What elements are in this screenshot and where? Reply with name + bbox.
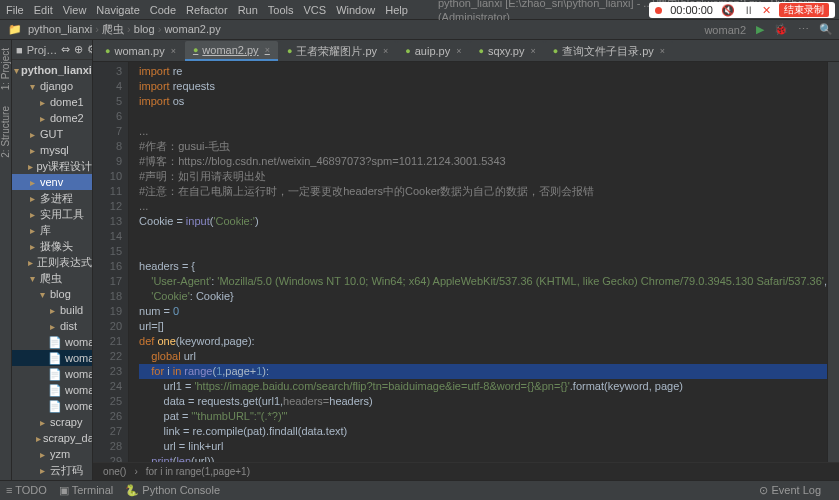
breadcrumb-item[interactable]: woman2.py — [164, 23, 220, 35]
menu-code[interactable]: Code — [150, 4, 176, 16]
menu-refactor[interactable]: Refactor — [186, 4, 228, 16]
left-tool-strip: 1: Project 2: Structure — [0, 40, 12, 480]
debug-icon[interactable]: 🐞 — [774, 23, 788, 36]
left-tab-structure[interactable]: 2: Structure — [0, 106, 11, 158]
editor-tab[interactable]: ●王者荣耀图片.py× — [279, 41, 396, 61]
right-scrollbar[interactable] — [827, 62, 839, 462]
tree-node[interactable]: 📄 woman.spec — [12, 350, 92, 366]
breadcrumb-item[interactable]: 爬虫 — [102, 23, 124, 35]
run-icon[interactable]: ▶ — [756, 23, 764, 36]
tab-close-icon[interactable]: × — [383, 46, 388, 56]
editor-tab[interactable]: ●woman2.py× — [185, 41, 278, 61]
editor-tab[interactable]: ●auip.py× — [397, 41, 469, 61]
bottom-tab[interactable]: ≡ TODO — [6, 484, 47, 496]
left-tab-project[interactable]: 1: Project — [0, 48, 11, 90]
tree-node[interactable]: 📄 women.spec — [12, 398, 92, 414]
tab-close-icon[interactable]: × — [456, 46, 461, 56]
tab-close-icon[interactable]: × — [265, 45, 270, 55]
editor-tab[interactable]: ●woman.py× — [97, 41, 184, 61]
tree-node[interactable]: ▸venv — [12, 174, 92, 190]
project-tree[interactable]: ▾python_lianxiE:\zhao_s ▾django▸dome1▸do… — [12, 60, 92, 480]
more-run-icon[interactable]: ⋯ — [798, 23, 809, 36]
tab-close-icon[interactable]: × — [171, 46, 176, 56]
line-gutter: 3456789101112131415161718192021222324252… — [93, 62, 129, 462]
tree-node[interactable]: 📄 woman2.spec — [12, 382, 92, 398]
sidebar-header: ■Proj… ⇔ ⊕ ⚙ — — [12, 40, 92, 60]
tree-node[interactable]: ▸云打码 — [12, 462, 92, 478]
pause-icon[interactable]: ⏸ — [743, 4, 754, 16]
tree-node[interactable]: ▾爬虫 — [12, 270, 92, 286]
folder-icon: 📁 — [8, 23, 22, 36]
run-config[interactable]: woman2 — [704, 24, 746, 36]
menu-tools[interactable]: Tools — [268, 4, 294, 16]
tree-node[interactable]: ▸py课程设计 — [12, 158, 92, 174]
breadcrumb-item[interactable]: python_lianxi — [28, 23, 92, 35]
tree-node[interactable]: ▸dome1 — [12, 94, 92, 110]
tree-node[interactable]: ▾django — [12, 78, 92, 94]
tree-node[interactable]: ▸正则表达式 — [12, 254, 92, 270]
menu-vcs[interactable]: VCS — [304, 4, 327, 16]
expand-icon[interactable]: ⊕ — [74, 43, 83, 56]
project-sidebar: ■Proj… ⇔ ⊕ ⚙ — ▾python_lianxiE:\zhao_s ▾… — [12, 40, 93, 480]
tree-node[interactable]: 📄 woman2.py201 — [12, 366, 92, 382]
menu-navigate[interactable]: Navigate — [96, 4, 139, 16]
editor-area: ●woman.py×●woman2.py×●王者荣耀图片.py×●auip.py… — [93, 40, 839, 480]
tab-close-icon[interactable]: × — [660, 46, 665, 56]
tree-node[interactable]: ▸dome2 — [12, 110, 92, 126]
tree-node[interactable]: ▸scrapy_data — [12, 430, 92, 446]
tree-node[interactable]: ▸实用工具 — [12, 206, 92, 222]
menu-run[interactable]: Run — [238, 4, 258, 16]
tree-node[interactable]: ▸scrapy — [12, 414, 92, 430]
tree-node[interactable]: ▸库 — [12, 222, 92, 238]
code-nav-path: one()› for i in range(1,page+1) — [93, 462, 839, 480]
collapse-icon[interactable]: ⇔ — [61, 43, 70, 56]
tree-node[interactable]: ▸build — [12, 302, 92, 318]
menu-view[interactable]: View — [63, 4, 87, 16]
menu-file[interactable]: File — [6, 4, 24, 16]
bottom-tool-bar: ≡ TODO▣ Terminal🐍 Python Console ⊙ Event… — [0, 480, 839, 500]
breadcrumb-bar: 📁 python_lianxi › 爬虫 › blog › woman2.py … — [0, 20, 839, 40]
recording-bar: 00:00:00 🔇 ⏸ ✕ 结束录制 — [649, 2, 835, 18]
tree-node[interactable]: ▾blog — [12, 286, 92, 302]
code-editor[interactable]: import reimport requestsimport os ...#作者… — [129, 62, 827, 462]
tree-node[interactable]: ▸mysql — [12, 142, 92, 158]
tree-node[interactable]: ▸多进程 — [12, 190, 92, 206]
record-dot-icon — [655, 7, 662, 14]
tree-node[interactable]: ▸dist — [12, 318, 92, 334]
tree-node[interactable]: ▸爬虫—1 — [12, 478, 92, 480]
breadcrumb-item[interactable]: blog — [134, 23, 155, 35]
menu-help[interactable]: Help — [385, 4, 408, 16]
bottom-tab[interactable]: 🐍 Python Console — [125, 484, 220, 496]
search-icon[interactable]: 🔍 — [819, 23, 833, 36]
close-icon[interactable]: ✕ — [762, 4, 771, 17]
tree-root[interactable]: ▾python_lianxiE:\zhao_s — [12, 62, 92, 78]
menu-window[interactable]: Window — [336, 4, 375, 16]
bottom-tab[interactable]: ▣ Terminal — [59, 484, 113, 496]
menu-edit[interactable]: Edit — [34, 4, 53, 16]
tree-node[interactable]: ▸yzm — [12, 446, 92, 462]
tree-node[interactable]: ▸GUT — [12, 126, 92, 142]
editor-tab[interactable]: ●查询文件子目录.py× — [545, 41, 673, 61]
record-time: 00:00:00 — [670, 4, 713, 16]
tab-close-icon[interactable]: × — [530, 46, 535, 56]
event-log-button[interactable]: ⊙ Event Log — [759, 484, 821, 497]
tree-node[interactable]: 📄 woman.py205 — [12, 334, 92, 350]
stop-record-button[interactable]: 结束录制 — [779, 3, 829, 17]
mute-icon[interactable]: 🔇 — [721, 4, 735, 17]
tree-node[interactable]: ▸摄像头 — [12, 238, 92, 254]
editor-tabs: ●woman.py×●woman2.py×●王者荣耀图片.py×●auip.py… — [93, 40, 839, 62]
editor-tab[interactable]: ●sqxy.py× — [470, 41, 543, 61]
